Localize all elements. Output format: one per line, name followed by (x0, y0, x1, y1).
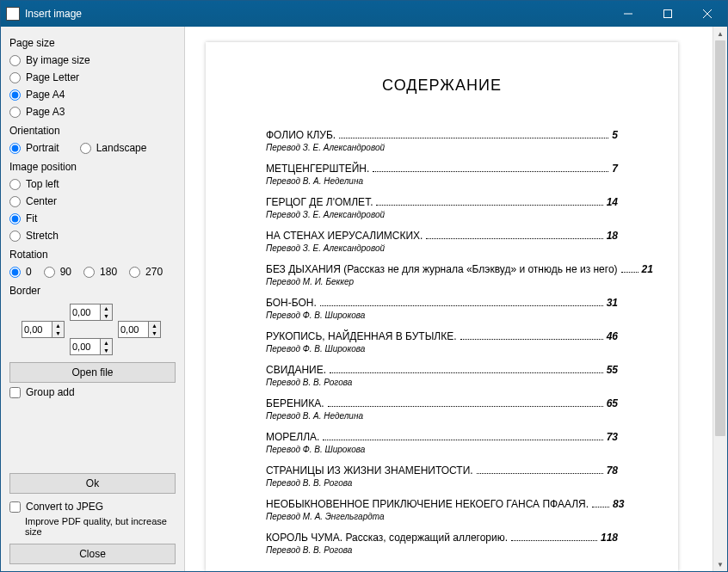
radio-page-a4[interactable]: Page A4 (9, 89, 176, 101)
toc-entry: БЕРЕНИКА.65Перевод В. А. Неделина (266, 397, 618, 421)
page-size-label: Page size (9, 37, 176, 49)
border-left-input[interactable]: ▲▼ (22, 321, 65, 338)
toc-entry: НЕОБЫКНОВЕННОЕ ПРИКЛЮЧЕНИЕ НЕКОЕГО ГАНСА… (266, 498, 618, 521)
toc-entry: КОРОЛЬ ЧУМА. Рассказ, содержащий аллегор… (266, 532, 618, 555)
toc-page: 46 (607, 330, 618, 342)
radio-top-left[interactable]: Top left (9, 178, 176, 190)
toc-name: ГЕРЦОГ ДЕ Л'ОМЛЕТ. (266, 196, 373, 208)
sidebar: Page size By image size Page Letter Page… (1, 27, 185, 571)
border-top-input[interactable]: ▲▼ (70, 304, 113, 321)
toc-dots (376, 205, 602, 206)
radio-rot-90[interactable]: 90 (44, 266, 71, 278)
scroll-up-icon[interactable]: ▲ (713, 27, 727, 40)
toc-page: 65 (607, 397, 618, 409)
border-right-input[interactable]: ▲▼ (118, 321, 161, 338)
spin-down-icon[interactable]: ▼ (149, 329, 160, 337)
scroll-thumb[interactable] (715, 40, 725, 436)
spin-down-icon[interactable]: ▼ (101, 312, 112, 320)
toc-title: СОДЕРЖАНИЕ (266, 77, 618, 95)
radio-portrait[interactable]: Portrait (9, 142, 59, 154)
toc-translator: Перевод З. Е. Александровой (266, 143, 618, 152)
radio-page-letter[interactable]: Page Letter (9, 71, 176, 83)
group-add-checkbox[interactable]: Group add (9, 386, 176, 398)
toc-page: 21 (642, 263, 653, 275)
toc-dots (330, 372, 603, 373)
convert-jpeg-checkbox[interactable]: Convert to JPEG (9, 501, 176, 513)
toc-name: БЕЗ ДЫХАНИЯ (Рассказ не для журнала «Блэ… (266, 263, 618, 275)
toc-entry: СВИДАНИЕ.55Перевод В. В. Рогова (266, 364, 618, 387)
toc-dots (339, 138, 608, 138)
toc-dots (323, 440, 602, 440)
image-position-label: Image position (9, 161, 176, 173)
toc-page: 73 (607, 431, 618, 443)
radio-rot-0[interactable]: 0 (9, 266, 32, 278)
toc-dots (592, 507, 609, 507)
border-label: Border (9, 285, 176, 297)
toc-name: КОРОЛЬ ЧУМА. Рассказ, содержащий аллегор… (266, 532, 508, 544)
maximize-button[interactable] (648, 1, 688, 27)
toc-translator: Перевод В. В. Рогова (266, 378, 618, 387)
toc-page: 14 (607, 196, 618, 208)
toc-translator: Перевод Ф. В. Широкова (266, 445, 618, 454)
toc-name: МЕТЦЕНГЕРШТЕЙН. (266, 163, 369, 175)
spin-up-icon[interactable]: ▲ (101, 304, 112, 312)
toc-page: 78 (607, 464, 618, 477)
toc-name: БОН-БОН. (266, 297, 317, 309)
radio-center[interactable]: Center (9, 195, 176, 207)
spin-down-icon[interactable]: ▼ (52, 329, 64, 337)
ok-button[interactable]: Ok (9, 473, 176, 494)
toc-translator: Перевод В. А. Неделина (266, 411, 618, 421)
toc-page: 31 (607, 297, 618, 309)
vertical-scrollbar[interactable]: ▲ ▼ (713, 27, 727, 571)
app-icon (6, 7, 20, 21)
toc-entry: МОРЕЛЛА.73Перевод Ф. В. Широкова (266, 431, 618, 454)
spin-down-icon[interactable]: ▼ (101, 347, 112, 354)
toc-translator: Перевод З. Е. Александровой (266, 210, 618, 219)
toc-entry: МЕТЦЕНГЕРШТЕЙН.7Перевод В. А. Неделина (266, 163, 618, 186)
radio-page-a3[interactable]: Page A3 (9, 106, 176, 118)
toc-name: СВИДАНИЕ. (266, 364, 326, 376)
toc-page: 7 (612, 163, 618, 175)
radio-by-image-size[interactable]: By image size (9, 54, 176, 66)
toc-translator: Перевод Ф. В. Широкова (266, 311, 618, 320)
border-bottom-input[interactable]: ▲▼ (70, 338, 113, 355)
radio-landscape[interactable]: Landscape (80, 142, 147, 154)
toc-name: НА СТЕНАХ ИЕРУСАЛИМСКИХ. (266, 230, 423, 242)
toc-name: БЕРЕНИКА. (266, 397, 324, 409)
minimize-button[interactable] (608, 1, 648, 27)
radio-rot-270[interactable]: 270 (129, 266, 163, 278)
toc-dots (328, 406, 603, 407)
toc-dots (373, 171, 608, 172)
toc-name: РУКОПИСЬ, НАЙДЕННАЯ В БУТЫЛКЕ. (266, 330, 457, 342)
toc-name: НЕОБЫКНОВЕННОЕ ПРИКЛЮЧЕНИЕ НЕКОЕГО ГАНСА… (266, 498, 589, 510)
toc-entry: НА СТЕНАХ ИЕРУСАЛИМСКИХ.18Перевод З. Е. … (266, 230, 618, 253)
toc-dots (511, 540, 597, 541)
preview-area: СОДЕРЖАНИЕ ФОЛИО КЛУБ.5Перевод З. Е. Але… (185, 27, 727, 571)
toc-translator: Перевод З. Е. Александровой (266, 243, 618, 253)
radio-rot-180[interactable]: 180 (83, 266, 117, 278)
toc-translator: Перевод В. А. Неделина (266, 176, 618, 186)
close-button[interactable] (688, 1, 727, 27)
radio-fit[interactable]: Fit (9, 212, 176, 224)
toc-dots (477, 473, 603, 474)
toc-entry: БЕЗ ДЫХАНИЯ (Рассказ не для журнала «Блэ… (266, 263, 618, 286)
toc-dots (621, 272, 639, 273)
toc-page: 118 (601, 532, 618, 544)
radio-stretch[interactable]: Stretch (9, 230, 176, 242)
close-button-bottom[interactable]: Close (9, 544, 176, 564)
toc-page: 83 (613, 498, 624, 510)
toc-name: МОРЕЛЛА. (266, 431, 319, 443)
spin-up-icon[interactable]: ▲ (101, 339, 112, 347)
toc-translator: Перевод Ф. В. Широкова (266, 344, 618, 354)
toc-entry: БОН-БОН.31Перевод Ф. В. Широкова (266, 297, 618, 320)
spin-up-icon[interactable]: ▲ (149, 322, 160, 329)
toc-translator: Перевод В. В. Рогова (266, 478, 618, 488)
rotation-label: Rotation (9, 249, 176, 261)
toc-entry: РУКОПИСЬ, НАЙДЕННАЯ В БУТЫЛКЕ.46Перевод … (266, 330, 618, 354)
open-file-button[interactable]: Open file (9, 362, 176, 383)
spin-up-icon[interactable]: ▲ (52, 322, 64, 329)
toc-entry: СТРАНИЦЫ ИЗ ЖИЗНИ ЗНАМЕНИТОСТИ.78Перевод… (266, 464, 618, 488)
toc-translator: Перевод М. И. Беккер (266, 277, 618, 286)
scroll-down-icon[interactable]: ▼ (713, 557, 727, 571)
toc-name: ФОЛИО КЛУБ. (266, 129, 336, 141)
